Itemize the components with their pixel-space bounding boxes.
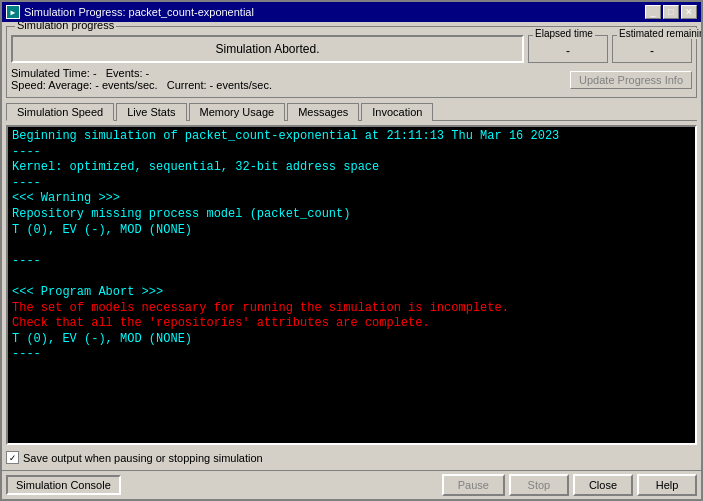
console-line: T (0), EV (-), MOD (NONE) [12, 223, 691, 239]
elapsed-time-value: - [537, 44, 599, 58]
stop-button[interactable]: Stop [509, 474, 569, 496]
console-line: Kernel: optimized, sequential, 32-bit ad… [12, 160, 691, 176]
tab-messages[interactable]: Messages [287, 103, 359, 121]
speed-current-label: Current: [167, 79, 207, 91]
simulated-time-label: Simulated Time: [11, 67, 90, 79]
speed-unit2: events/sec. [216, 79, 272, 91]
tab-memory-usage[interactable]: Memory Usage [189, 103, 286, 121]
console-line: ---- [12, 145, 691, 161]
title-bar-buttons: _ □ ✕ [645, 5, 697, 19]
main-window: ▶ Simulation Progress: packet_count-expo… [0, 0, 703, 501]
help-button[interactable]: Help [637, 474, 697, 496]
console-line: ---- [12, 254, 691, 270]
time-boxes: Elapsed time - Estimated remaining time … [528, 35, 692, 63]
update-btn-row: Update Progress Info [570, 71, 692, 89]
elapsed-time-group: Elapsed time - [528, 35, 608, 63]
console-line: T (0), EV (-), MOD (NONE) [12, 332, 691, 348]
speed-current-value: - [210, 79, 214, 91]
update-progress-button[interactable]: Update Progress Info [570, 71, 692, 89]
close-button[interactable]: ✕ [681, 5, 697, 19]
events-label: Events: [106, 67, 143, 79]
sim-progress-section: Simulation Aborted. Elapsed time - Estim… [11, 35, 692, 93]
maximize-button[interactable]: □ [663, 5, 679, 19]
pause-button[interactable]: Pause [442, 474, 505, 496]
speed-avg-value: - [95, 79, 99, 91]
simulation-progress-label: Simulation progress [15, 22, 116, 31]
speed-label: Speed: Average: [11, 79, 92, 91]
estimated-remaining-time-group: Estimated remaining time - [612, 35, 692, 63]
save-checkbox[interactable]: ✓ [6, 451, 19, 464]
console-line: <<< Warning >>> [12, 191, 691, 207]
sim-status-field: Simulation Aborted. [11, 35, 524, 63]
tabs-bar: Simulation Speed Live Stats Memory Usage… [6, 102, 697, 121]
console-line: Repository missing process model (packet… [12, 207, 691, 223]
minimize-button[interactable]: _ [645, 5, 661, 19]
save-check-row: ✓ Save output when pausing or stopping s… [6, 449, 697, 466]
window-icon: ▶ [6, 5, 20, 19]
console-line: ---- [12, 347, 691, 363]
console-line: Beginning simulation of packet_count-exp… [12, 129, 691, 145]
console-label: Simulation Console [6, 475, 121, 495]
console-area[interactable]: Beginning simulation of packet_count-exp… [6, 125, 697, 445]
title-bar: ▶ Simulation Progress: packet_count-expo… [2, 2, 701, 22]
tab-live-stats[interactable]: Live Stats [116, 103, 186, 121]
bottom-bar: Simulation Console Pause Stop Close Help [2, 470, 701, 499]
close-button-bottom[interactable]: Close [573, 474, 633, 496]
save-label: Save output when pausing or stopping sim… [23, 452, 263, 464]
tab-invocation[interactable]: Invocation [361, 103, 433, 121]
events-value: - [146, 67, 150, 79]
console-line [12, 238, 691, 254]
simulation-progress-group: Simulation progress Simulation Aborted. … [6, 26, 697, 98]
speed-unit1: events/sec. [102, 79, 158, 91]
elapsed-time-label: Elapsed time [533, 28, 595, 39]
simulated-time-value: - [93, 67, 97, 79]
console-line: ---- [12, 176, 691, 192]
console-line [12, 269, 691, 285]
window-body: Simulation progress Simulation Aborted. … [2, 22, 701, 470]
sim-progress-top: Simulation Aborted. Elapsed time - Estim… [11, 35, 692, 63]
estimated-remaining-time-label: Estimated remaining time [617, 28, 701, 39]
estimated-remaining-time-value: - [621, 44, 683, 58]
sim-info-row: Simulated Time: - Events: - Speed: Avera… [11, 65, 272, 93]
console-line: The set of models necessary for running … [12, 301, 691, 317]
console-line: <<< Program Abort >>> [12, 285, 691, 301]
console-line: Check that all the 'repositories' attrib… [12, 316, 691, 332]
window-title: Simulation Progress: packet_count-expone… [24, 6, 645, 18]
tab-simulation-speed[interactable]: Simulation Speed [6, 103, 114, 121]
